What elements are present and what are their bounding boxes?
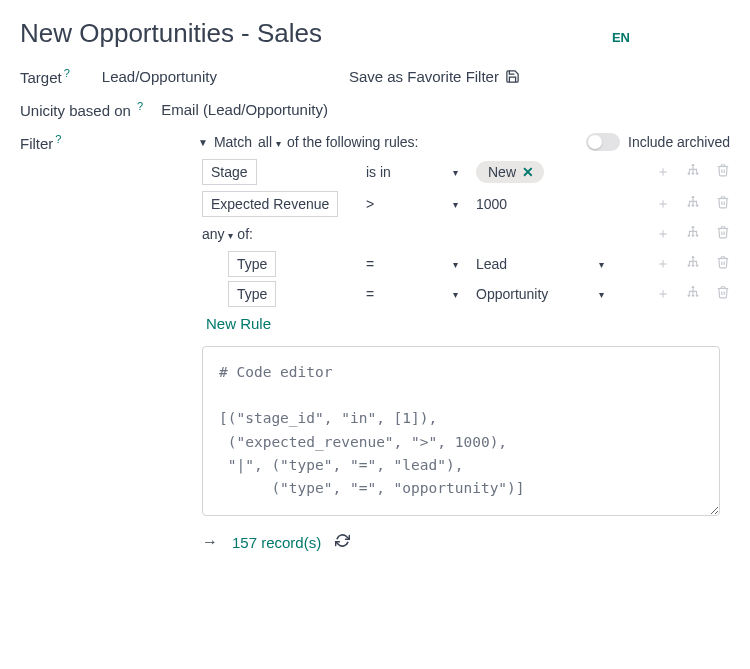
chevron-down-icon: ▾ (453, 199, 458, 210)
delete-rule-icon[interactable] (716, 255, 730, 273)
operator-value: is in (366, 164, 391, 180)
rule-row: Type = ▾ Opportunity ▾ ＋ (228, 285, 730, 303)
svg-point-11 (696, 234, 699, 237)
match-prefix: Match (214, 134, 252, 150)
svg-point-15 (696, 264, 699, 267)
help-icon[interactable]: ? (55, 133, 61, 145)
value-tag[interactable]: New ✕ (476, 161, 544, 183)
unicity-label: Unicity based on ? (20, 100, 143, 119)
save-favorite-label: Save as Favorite Filter (349, 68, 499, 85)
delete-rule-icon[interactable] (716, 195, 730, 213)
svg-point-8 (692, 226, 695, 229)
match-mode-select[interactable]: all ▾ (258, 134, 281, 150)
field-select[interactable]: Stage (202, 159, 257, 185)
filter-label-text: Filter (20, 135, 53, 152)
svg-point-12 (692, 256, 695, 259)
chevron-down-icon: ▾ (453, 289, 458, 300)
field-select[interactable]: Type (228, 281, 276, 307)
save-icon (505, 69, 520, 84)
svg-point-13 (688, 264, 691, 267)
rule-row: Expected Revenue > ▾ 1000 ＋ (202, 195, 730, 213)
page-title: New Opportunities - Sales (20, 18, 612, 49)
svg-point-1 (688, 172, 691, 175)
svg-point-16 (692, 286, 695, 289)
unicity-value[interactable]: Email (Lead/Opportunity) (161, 101, 328, 118)
chevron-down-icon: ▾ (453, 167, 458, 178)
operator-select[interactable]: = ▾ (366, 286, 476, 302)
svg-point-3 (696, 172, 699, 175)
collapse-caret-icon[interactable]: ▼ (198, 137, 208, 148)
svg-point-7 (696, 204, 699, 207)
unicity-label-text: Unicity based on (20, 102, 131, 119)
operator-value: = (366, 256, 374, 272)
add-rule-icon[interactable]: ＋ (656, 225, 670, 243)
svg-point-14 (692, 264, 695, 267)
operator-select[interactable]: is in ▾ (366, 164, 476, 180)
code-editor[interactable] (202, 346, 720, 516)
records-count[interactable]: 157 record(s) (232, 534, 321, 551)
svg-point-5 (688, 204, 691, 207)
add-rule-icon[interactable]: ＋ (656, 285, 670, 303)
branch-icon[interactable] (686, 255, 700, 273)
target-label: Target? (20, 67, 70, 86)
match-suffix: of the following rules: (287, 134, 419, 150)
field-select[interactable]: Expected Revenue (202, 191, 338, 217)
include-archived-toggle[interactable] (586, 133, 620, 151)
branch-icon[interactable] (686, 225, 700, 243)
language-badge[interactable]: EN (612, 30, 630, 45)
branch-icon[interactable] (686, 195, 700, 213)
branch-icon[interactable] (686, 163, 700, 181)
svg-point-9 (688, 234, 691, 237)
delete-rule-icon[interactable] (716, 225, 730, 243)
svg-point-6 (692, 204, 695, 207)
operator-value: > (366, 196, 374, 212)
value-select[interactable]: Lead ▾ (476, 256, 604, 272)
operator-select[interactable]: > ▾ (366, 196, 476, 212)
group-mode-select[interactable]: any ▾ (202, 226, 233, 242)
group-mode-value: any (202, 226, 225, 242)
chevron-down-icon: ▾ (453, 259, 458, 270)
arrow-right-icon: → (202, 533, 218, 551)
add-rule-icon[interactable]: ＋ (656, 163, 670, 181)
add-rule-icon[interactable]: ＋ (656, 255, 670, 273)
help-icon[interactable]: ? (64, 67, 70, 79)
svg-point-17 (688, 294, 691, 297)
svg-point-19 (696, 294, 699, 297)
add-rule-icon[interactable]: ＋ (656, 195, 670, 213)
rule-row: Type = ▾ Lead ▾ ＋ (228, 255, 730, 273)
new-rule-button[interactable]: New Rule (206, 315, 730, 332)
operator-select[interactable]: = ▾ (366, 256, 476, 272)
group-suffix: of: (237, 226, 253, 242)
target-label-text: Target (20, 69, 62, 86)
save-favorite-button[interactable]: Save as Favorite Filter (349, 68, 520, 85)
svg-point-0 (692, 164, 695, 167)
match-mode-value: all (258, 134, 272, 150)
svg-point-4 (692, 196, 695, 199)
delete-rule-icon[interactable] (716, 285, 730, 303)
operator-value: = (366, 286, 374, 302)
rule-row: Stage is in ▾ New ✕ ＋ (202, 161, 730, 183)
chevron-down-icon: ▾ (276, 138, 281, 149)
chevron-down-icon: ▾ (228, 230, 233, 241)
field-select[interactable]: Type (228, 251, 276, 277)
delete-rule-icon[interactable] (716, 163, 730, 181)
value-text: Opportunity (476, 286, 548, 302)
help-icon[interactable]: ? (137, 100, 143, 112)
group-header: any ▾ of: ＋ (202, 225, 730, 243)
value-input[interactable]: 1000 (476, 196, 507, 212)
svg-point-2 (692, 172, 695, 175)
value-text: Lead (476, 256, 507, 272)
branch-icon[interactable] (686, 285, 700, 303)
tag-remove-icon[interactable]: ✕ (522, 164, 534, 180)
svg-point-18 (692, 294, 695, 297)
value-select[interactable]: Opportunity ▾ (476, 286, 604, 302)
include-archived-label: Include archived (628, 134, 730, 150)
target-value[interactable]: Lead/Opportunity (102, 68, 217, 85)
chevron-down-icon: ▾ (599, 259, 604, 270)
filter-label: Filter? (20, 135, 61, 152)
tag-label: New (488, 164, 516, 180)
chevron-down-icon: ▾ (599, 289, 604, 300)
refresh-icon[interactable] (335, 533, 350, 551)
svg-point-10 (692, 234, 695, 237)
